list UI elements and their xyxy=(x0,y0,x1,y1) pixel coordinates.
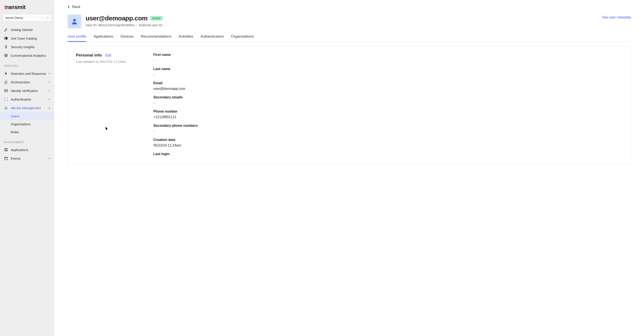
bulb-icon xyxy=(4,45,8,49)
sidebar-item-orchestration[interactable]: Orchestration ▼ xyxy=(0,78,54,86)
sidebar-item-roles[interactable]: Roles xyxy=(0,128,54,136)
last-updated-text: Last updated on 05/22/24 11:24am xyxy=(76,60,153,63)
calendar-icon xyxy=(4,156,8,161)
chevron-down-icon: ▼ xyxy=(48,72,50,75)
field-label: Last login xyxy=(153,152,623,156)
svg-rect-9 xyxy=(4,148,6,149)
sidebar-item-authentication[interactable]: Authentication ▼ xyxy=(0,95,54,104)
section-label-management: MANAGEMENT xyxy=(0,136,54,146)
field-label: Secondary phone numbers xyxy=(153,124,623,128)
external-id-value: - xyxy=(164,23,165,27)
sidebar-item-security-insights[interactable]: Security Insights xyxy=(0,42,54,51)
sidebar-item-getting-started[interactable]: Getting Started xyxy=(0,25,54,34)
sidebar-item-identity-management[interactable]: Identity Management ▲ xyxy=(0,104,54,112)
sidebar-item-conversational-analytics[interactable]: Conversational Analytics xyxy=(0,51,54,60)
user-header: user@demoapp.com Active User ID: 862u213… xyxy=(68,15,631,28)
sidebar-item-organizations[interactable]: Organizations xyxy=(0,120,54,128)
sidebar-item-label: Conversational Analytics xyxy=(11,54,46,57)
svg-point-14 xyxy=(73,19,76,21)
tab-activities[interactable]: Activities xyxy=(179,33,193,42)
tab-authenticators[interactable]: Authenticators xyxy=(200,33,224,42)
sidebar-item-users[interactable]: Users xyxy=(0,112,54,120)
people-icon xyxy=(4,106,8,110)
field-label: Phone number xyxy=(153,110,623,113)
sidebar-item-detection-response[interactable]: Detection and Response ▼ xyxy=(0,69,54,78)
field-value: +12128801111 xyxy=(153,115,623,119)
svg-rect-10 xyxy=(6,148,8,149)
sidebar-item-identity-verification[interactable]: Identity Verification ▼ xyxy=(0,86,54,95)
catalog-icon xyxy=(4,36,8,40)
status-badge: Active xyxy=(150,16,162,21)
user-tabs: User profile Applications Devices Recomm… xyxy=(68,33,631,42)
field-value: - xyxy=(153,101,623,105)
field-last-login: Last login xyxy=(153,152,623,156)
field-label: Last name xyxy=(153,67,623,71)
tab-devices[interactable]: Devices xyxy=(121,33,134,42)
sidebar-item-label: Getting Started xyxy=(11,28,32,32)
personal-info-title: Personal info xyxy=(76,53,102,57)
sidebar-item-label: Identity Verification xyxy=(11,89,38,93)
sidebar-item-applications[interactable]: Applications xyxy=(0,146,54,154)
chevron-up-icon: ▲ xyxy=(48,107,50,109)
chevron-left-icon xyxy=(68,5,70,8)
external-id-label: External user ID: xyxy=(139,23,163,27)
target-icon xyxy=(4,53,8,58)
field-label: Creation date xyxy=(153,138,623,142)
user-id-line: User ID: 862u213cm1iprsl5180hm | Externa… xyxy=(86,23,602,27)
sidebar-item-label: Organizations xyxy=(11,122,31,126)
tab-recommendations[interactable]: Recommendations xyxy=(141,33,172,42)
sidebar-item-events[interactable]: Events ▼ xyxy=(0,154,54,163)
sidebar-item-label: Detection and Response xyxy=(11,72,46,75)
svg-point-4 xyxy=(6,55,6,56)
svg-rect-1 xyxy=(6,37,8,39)
field-creation-date: Creation date 05/22/24 11:24am xyxy=(153,138,623,147)
grid-icon xyxy=(4,148,8,152)
field-value: user@demoapp.com xyxy=(153,87,623,91)
rocket-icon xyxy=(4,27,8,32)
back-button[interactable]: Back xyxy=(68,5,80,9)
tenant-name: Acme Demo xyxy=(6,16,23,19)
section-label-services: SERVICES xyxy=(0,60,54,69)
chevron-down-icon: ▼ xyxy=(48,81,50,83)
field-value: - xyxy=(153,58,623,62)
svg-rect-13 xyxy=(4,157,8,160)
user-id-label: User ID: xyxy=(86,23,98,27)
route-icon xyxy=(4,80,8,84)
svg-rect-11 xyxy=(4,150,6,151)
tab-applications[interactable]: Applications xyxy=(94,33,113,42)
sidebar-item-use-case-catalog[interactable]: Use Case Catalog xyxy=(0,34,54,42)
chevron-down-icon: ▼ xyxy=(48,90,50,92)
brand-logo: transmit xyxy=(0,0,54,13)
sidebar-item-label: Events xyxy=(11,157,21,160)
svg-rect-12 xyxy=(6,150,8,151)
user-id-value: 862u213cm1iprsl5180hm xyxy=(98,23,134,27)
field-secondary-phone-numbers: Secondary phone numbers - xyxy=(153,124,623,133)
field-secondary-emails: Secondary emails - xyxy=(153,95,623,105)
sidebar-item-label: Applications xyxy=(11,148,28,152)
edit-personal-info-link[interactable]: Edit xyxy=(106,53,112,57)
chevron-down-icon: ▼ xyxy=(48,98,50,101)
svg-rect-5 xyxy=(4,90,8,92)
chevron-down-icon: ▼ xyxy=(48,157,50,160)
field-value: - xyxy=(153,129,623,133)
tab-organizations[interactable]: Organizations xyxy=(231,33,254,42)
idcard-icon xyxy=(4,89,8,93)
tenant-selector[interactable]: Acme Demo ▼ xyxy=(2,14,52,21)
sidebar-item-label: Roles xyxy=(11,130,19,134)
back-label: Back xyxy=(72,5,80,9)
main-content: Back user@demoapp.com Active User ID: 86… xyxy=(54,0,644,336)
brackets-icon xyxy=(4,97,8,101)
field-phone-number: Phone number +12128801111 xyxy=(153,110,623,119)
sidebar-item-label: Users xyxy=(11,114,19,118)
personal-info-card: Personal info Edit Last updated on 05/22… xyxy=(68,46,631,164)
svg-point-7 xyxy=(5,107,6,108)
field-first-name: First name - xyxy=(153,53,623,62)
sidebar: transmit Acme Demo ▼ Getting Started Use… xyxy=(0,0,54,336)
see-user-metadata-link[interactable]: See user metadata xyxy=(602,15,631,19)
field-label: First name xyxy=(153,53,623,57)
sidebar-item-label: Use Case Catalog xyxy=(11,36,37,40)
tab-user-profile[interactable]: User profile xyxy=(68,33,86,42)
sidebar-item-label: Authentication xyxy=(11,98,31,101)
field-label: Secondary emails xyxy=(153,95,623,99)
sidebar-item-label: Identity Management xyxy=(11,106,41,110)
